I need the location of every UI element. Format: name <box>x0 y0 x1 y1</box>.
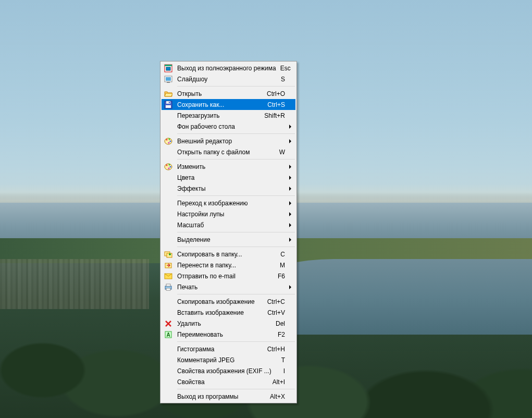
menu-item-shortcut: F2 <box>274 331 285 338</box>
svg-point-19 <box>168 167 170 169</box>
move-folder-icon <box>163 260 174 271</box>
menu-item-print[interactable]: Печать <box>162 281 295 292</box>
menu-item-label: Вставить изображение <box>174 309 263 316</box>
menu-item-rename[interactable]: AПереименоватьF2 <box>162 329 295 340</box>
menu-item-image-properties[interactable]: Свойства изображения (EXIF ...)I <box>162 365 295 376</box>
menu-item-edit[interactable]: Изменить <box>162 161 295 172</box>
submenu-arrow-icon <box>289 139 291 143</box>
menu-item-jpeg-comment[interactable]: Комментарий JPEGT <box>162 354 295 365</box>
context-menu[interactable]: Выход из полноэкранного режимаEscСлайдшо… <box>160 61 297 403</box>
menu-item-shortcut: Shift+R <box>260 112 285 119</box>
email-icon <box>163 271 174 281</box>
menu-item-exit-fullscreen[interactable]: Выход из полноэкранного режимаEsc <box>162 63 295 73</box>
menu-item-delete[interactable]: УдалитьDel <box>162 318 295 329</box>
menu-item-label: Скопировать изображение <box>174 298 263 305</box>
menu-item-slideshow[interactable]: СлайдшоуS <box>162 73 295 84</box>
submenu-arrow-icon <box>289 238 291 242</box>
svg-rect-9 <box>166 105 171 108</box>
blank-icon <box>163 234 174 245</box>
menu-item-label: Эффекты <box>174 185 285 192</box>
save-icon <box>163 99 174 110</box>
menu-item-label: Перезагрузить <box>174 112 260 119</box>
menu-item-label: Фон рабочего стола <box>174 123 285 130</box>
menu-item-save-as[interactable]: Сохранить как...Ctrl+S <box>162 99 295 110</box>
menu-item-open[interactable]: ОткрытьCtrl+O <box>162 88 295 99</box>
menu-item-copy-image[interactable]: Скопировать изображениеCtrl+C <box>162 296 295 307</box>
blank-icon <box>163 365 174 376</box>
menu-item-open-folder[interactable]: Открыть папку с файломW <box>162 146 295 157</box>
menu-item-label: Открыть папку с файлом <box>174 149 275 156</box>
svg-point-18 <box>170 166 171 167</box>
menu-separator <box>177 86 295 87</box>
submenu-arrow-icon <box>289 201 291 205</box>
menu-item-colors[interactable]: Цвета <box>162 172 295 183</box>
menu-item-label: Цвета <box>174 174 285 181</box>
menu-item-shortcut: I <box>279 367 285 375</box>
menu-item-selection[interactable]: Выделение <box>162 234 295 245</box>
menu-item-shortcut: T <box>277 356 285 364</box>
svg-point-11 <box>166 139 168 140</box>
folder-open-icon <box>163 88 174 99</box>
svg-rect-26 <box>166 288 170 290</box>
menu-item-shortcut: M <box>276 262 285 269</box>
menu-item-reload[interactable]: ПерезагрузитьShift+R <box>162 110 295 121</box>
menu-item-label: Выход из полноэкранного режима <box>174 65 276 72</box>
menu-item-label: Свойства <box>174 378 268 386</box>
menu-item-send-email[interactable]: Отправить по e-mailF6 <box>162 271 295 281</box>
menu-item-copy-to-folder[interactable]: Скопировать в папку...C <box>162 249 295 260</box>
rename-icon: A <box>163 329 174 340</box>
submenu-arrow-icon <box>289 165 291 169</box>
copy-folder-icon <box>163 249 174 260</box>
menu-item-shortcut: Esc <box>276 65 291 72</box>
svg-rect-1 <box>165 65 172 66</box>
menu-item-exit[interactable]: Выход из программыAlt+X <box>162 391 295 402</box>
menu-item-move-to-folder[interactable]: Перенести в папку...M <box>162 260 295 271</box>
svg-rect-5 <box>167 82 170 83</box>
menu-item-histogram[interactable]: ГистограммаCtrl+H <box>162 343 295 354</box>
blank-icon <box>163 376 174 387</box>
svg-text:A: A <box>166 332 170 338</box>
menu-item-shortcut: Ctrl+S <box>263 101 285 108</box>
menu-item-shortcut: C <box>276 251 285 258</box>
menu-item-effects[interactable]: Эффекты <box>162 183 295 194</box>
menu-item-paste-image[interactable]: Вставить изображениеCtrl+V <box>162 307 295 318</box>
menu-item-shortcut: F6 <box>274 273 285 280</box>
menu-item-shortcut: Ctrl+O <box>263 90 285 97</box>
menu-separator <box>177 195 295 196</box>
menu-item-label: Переименовать <box>174 331 274 338</box>
menu-item-label: Выделение <box>174 236 285 243</box>
menu-item-shortcut: S <box>277 76 285 83</box>
menu-item-properties[interactable]: СвойстваAlt+I <box>162 376 295 387</box>
menu-item-goto-image[interactable]: Переход к изображению <box>162 198 295 208</box>
menu-item-label: Печать <box>174 284 285 291</box>
menu-separator <box>177 341 295 342</box>
menu-item-label: Изменить <box>174 163 285 170</box>
menu-item-shortcut: Alt+I <box>268 378 285 386</box>
menu-item-shortcut: Alt+X <box>266 393 285 400</box>
palette-icon <box>163 161 174 172</box>
menu-item-zoom[interactable]: Масштаб <box>162 219 295 230</box>
menu-item-label: Масштаб <box>174 222 285 229</box>
blank-icon <box>163 208 174 219</box>
menu-item-label: Выход из программы <box>174 393 266 400</box>
blank-icon <box>163 172 174 183</box>
menu-item-label: Гистограмма <box>174 346 263 353</box>
blank-icon <box>163 343 174 354</box>
palette-icon <box>163 136 174 146</box>
menu-item-label: Сохранить как... <box>174 101 263 108</box>
blank-icon <box>163 121 174 132</box>
menu-item-label: Слайдшоу <box>174 76 277 83</box>
menu-item-label: Скопировать в папку... <box>174 251 276 258</box>
printer-icon <box>163 281 174 292</box>
menu-separator <box>177 247 295 247</box>
slideshow-icon <box>163 73 174 84</box>
delete-icon <box>163 318 174 329</box>
menu-item-desktop-background[interactable]: Фон рабочего стола <box>162 121 295 132</box>
svg-point-13 <box>170 140 171 142</box>
menu-item-external-editor[interactable]: Внешний редактор <box>162 136 295 146</box>
submenu-arrow-icon <box>289 176 291 180</box>
menu-item-loupe-settings[interactable]: Настройки лупы <box>162 208 295 219</box>
svg-rect-2 <box>166 67 170 70</box>
menu-separator <box>177 133 295 134</box>
svg-point-16 <box>166 164 168 166</box>
